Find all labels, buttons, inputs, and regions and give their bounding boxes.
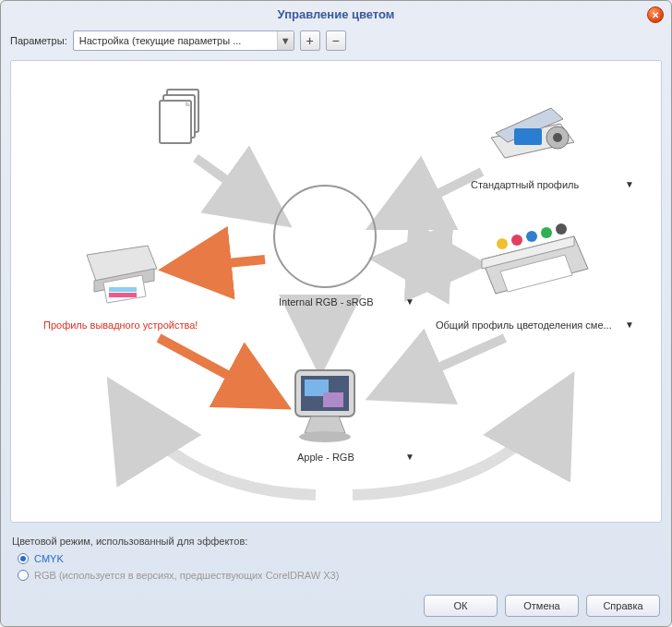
effects-mode-group: Цветовой режим, использованный для эффек… (1, 528, 671, 589)
add-preset-button[interactable]: + (300, 30, 320, 51)
rgb-label: Internal RGB - sRGB (279, 296, 374, 307)
minus-icon: − (332, 33, 340, 48)
documents-icon (154, 84, 210, 149)
color-management-dialog: Управление цветом ✕ Параметры: Настройка… (0, 0, 672, 627)
scanner-icon (482, 91, 583, 165)
curve-right (353, 389, 565, 495)
ok-button[interactable]: ОК (424, 595, 498, 617)
svg-point-20 (511, 235, 522, 246)
svg-rect-16 (109, 293, 137, 297)
monitor-dropdown[interactable]: ▼ (405, 452, 414, 462)
close-icon: ✕ (652, 10, 659, 20)
help-button[interactable]: Справка (586, 595, 660, 617)
chevron-down-icon: ▼ (281, 35, 291, 46)
rgb-venn-icon (270, 181, 380, 292)
svg-point-22 (541, 227, 552, 238)
svg-point-30 (299, 431, 351, 442)
printer-node[interactable] (76, 236, 168, 306)
parameters-row: Параметры: Настройка (текущие параметры … (1, 27, 671, 54)
printer-label: Профиль вывадного устройства! (43, 320, 198, 331)
svg-rect-15 (109, 287, 137, 292)
radio-cmyk-label: CMYK (34, 553, 64, 564)
svg-point-7 (553, 133, 562, 142)
window-title: Управление цветом (278, 7, 395, 21)
monitor-label: Apple - RGB (297, 452, 354, 463)
source-documents-icon[interactable] (150, 79, 214, 153)
diagram-canvas: Стандартный профиль ▼ Internal RGB - sRG… (10, 60, 662, 523)
radio-cmyk[interactable] (18, 553, 29, 564)
dialog-buttons: ОК Отмена Справка (1, 589, 671, 626)
press-node[interactable] (473, 218, 593, 301)
svg-point-21 (526, 231, 537, 242)
svg-rect-5 (514, 128, 542, 145)
svg-rect-28 (323, 392, 343, 407)
effects-heading: Цветовой режим, использованный для эффек… (12, 536, 660, 547)
svg-point-11 (314, 220, 366, 271)
combo-dropdown-button[interactable]: ▼ (277, 31, 294, 50)
svg-point-19 (497, 238, 508, 249)
rgb-dropdown[interactable]: ▼ (405, 296, 414, 307)
arrow-scanner-to-rgb (380, 172, 482, 223)
svg-point-23 (556, 223, 567, 235)
parameters-label: Параметры: (10, 35, 67, 46)
rgb-center-node[interactable] (270, 181, 380, 292)
press-dropdown[interactable]: ▼ (625, 320, 634, 330)
radio-cmyk-row[interactable]: CMYK (12, 550, 660, 567)
printer-icon (76, 236, 168, 306)
monitor-node[interactable] (279, 361, 371, 449)
svg-marker-29 (305, 416, 345, 433)
remove-preset-button[interactable]: − (326, 30, 346, 51)
settings-preset-value: Настройка (текущие параметры ... (74, 35, 277, 46)
radio-rgb[interactable] (18, 570, 29, 581)
cancel-button[interactable]: Отмена (505, 595, 579, 617)
settings-preset-combo[interactable]: Настройка (текущие параметры ... ▼ (73, 30, 294, 51)
arrow-press-to-monitor (380, 338, 505, 393)
scanner-dropdown[interactable]: ▼ (625, 179, 634, 189)
radio-rgb-row[interactable]: RGB (используется в версиях, предшествую… (12, 567, 660, 584)
arrow-docs-to-rgb (196, 158, 279, 218)
press-icon (473, 218, 593, 301)
close-button[interactable]: ✕ (647, 6, 664, 23)
press-label: Общий профиль цветоделения сме... (436, 320, 612, 331)
radio-rgb-label: RGB (используется в версиях, предшествую… (34, 570, 339, 581)
plus-icon: + (306, 33, 314, 48)
titlebar: Управление цветом ✕ (1, 1, 671, 27)
arrow-rgb-press (385, 259, 473, 264)
arrow-rgb-to-printer (173, 259, 265, 269)
arrow-printer-to-monitor (159, 338, 279, 403)
monitor-icon (279, 361, 371, 449)
scanner-label: Стандартный профиль (471, 179, 579, 190)
scanner-node[interactable] (482, 89, 583, 167)
svg-rect-2 (160, 101, 191, 143)
